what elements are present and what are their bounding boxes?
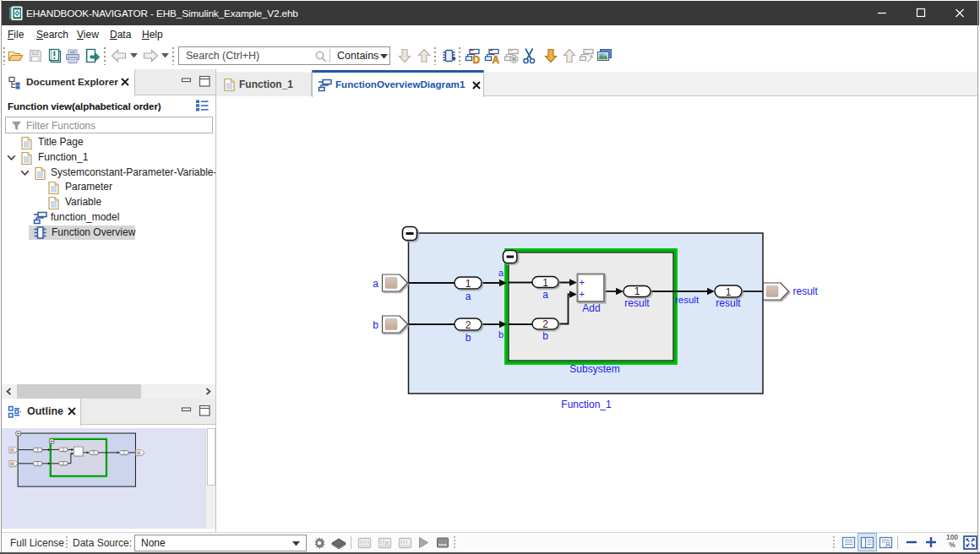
svg-text:A: A bbox=[493, 54, 500, 64]
svg-text:D: D bbox=[473, 54, 481, 64]
